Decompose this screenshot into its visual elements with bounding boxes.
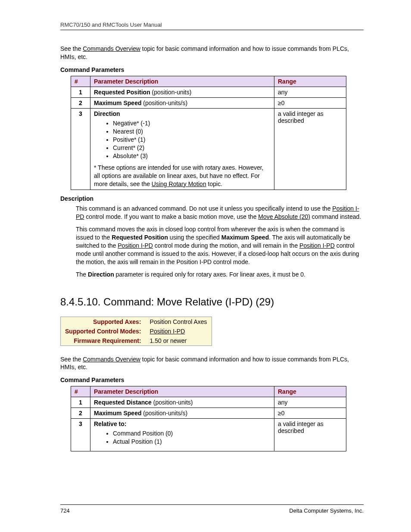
- page-number: 724: [60, 507, 70, 514]
- text: topic.: [206, 180, 222, 187]
- row-num: 3: [71, 108, 90, 190]
- relative-to-options: Command Position (0) Actual Position (1): [94, 430, 271, 445]
- list-item: Positive* (1): [113, 136, 271, 143]
- section-title: 8.4.5.10. Command: Move Relative (I-PD) …: [60, 296, 364, 308]
- row-range: ≥0: [274, 408, 346, 419]
- link-position-ipd[interactable]: Position I-PD: [150, 328, 185, 335]
- list-item: Absolute* (3): [113, 152, 271, 159]
- list-item: Nearest (0): [113, 128, 271, 135]
- text: The: [76, 271, 88, 278]
- param-name: Direction: [94, 110, 120, 117]
- row-desc: Requested Distance (position-units): [90, 397, 274, 408]
- row-num: 1: [71, 87, 90, 97]
- row-num: 3: [71, 419, 90, 451]
- running-header: RMC70/150 and RMCTools User Manual: [60, 22, 364, 30]
- text: using the specified: [168, 234, 221, 241]
- desc-paragraph-1: This command is an advanced command. Do …: [76, 205, 364, 221]
- text: command instead.: [310, 213, 361, 220]
- param-name: Maximum Speed: [94, 100, 141, 106]
- row-range: ≥0: [274, 97, 346, 108]
- link-position-ipd[interactable]: Position I-PD: [118, 242, 153, 249]
- param-name: Requested Position: [94, 89, 150, 96]
- parameters-table-1: # Parameter Description Range 1 Requeste…: [71, 76, 346, 190]
- infobox-label: Supported Control Modes:: [61, 327, 146, 336]
- infobox-value: 1.50 or newer: [146, 336, 212, 346]
- bold-text: Requested Position: [112, 234, 168, 241]
- direction-options: Negative* (-1) Nearest (0) Positive* (1)…: [94, 120, 271, 159]
- row-range: a valid integer as described: [274, 419, 346, 451]
- command-infobox: Supported Axes: Position Control Axes Su…: [60, 317, 212, 346]
- param-name: Maximum Speed: [94, 410, 141, 417]
- list-item: Command Position (0): [113, 430, 271, 437]
- param-name: Relative to:: [94, 420, 126, 427]
- text: control mode during the motion, and will…: [153, 242, 299, 249]
- infobox-label: Supported Axes:: [61, 317, 146, 327]
- heading-command-parameters-2: Command Parameters: [60, 376, 364, 383]
- row-desc: Relative to: Command Position (0) Actual…: [90, 419, 274, 451]
- intro-paragraph: See the Commands Overview topic for basi…: [60, 45, 364, 61]
- param-unit: (position-units/s): [141, 100, 187, 106]
- row-desc: Maximum Speed (position-units/s): [90, 408, 274, 419]
- page-footer: 724 Delta Computer Systems, Inc.: [60, 504, 364, 514]
- desc-paragraph-2: This command moves the axis in closed lo…: [76, 225, 364, 266]
- row-num: 2: [71, 97, 90, 108]
- description-block: This command is an advanced command. Do …: [76, 205, 364, 278]
- link-move-absolute-20[interactable]: Move Absolute (20): [258, 213, 310, 220]
- text: See the: [60, 356, 83, 363]
- col-desc: Parameter Description: [90, 76, 274, 87]
- col-range: Range: [274, 76, 346, 87]
- link-commands-overview[interactable]: Commands Overview: [83, 45, 140, 52]
- text: This command is an advanced command. Do …: [76, 205, 332, 212]
- infobox-label: Firmware Requirement:: [61, 336, 146, 346]
- col-desc: Parameter Description: [90, 386, 274, 397]
- row-num: 2: [71, 408, 90, 419]
- param-unit: (position-units): [150, 89, 192, 96]
- param-name: Requested Distance: [94, 399, 152, 406]
- infobox-value: Position I-PD: [146, 327, 212, 336]
- link-position-ipd[interactable]: Position I-PD: [299, 242, 335, 249]
- parameters-table-2: # Parameter Description Range 1 Requeste…: [71, 386, 346, 451]
- row-num: 1: [71, 397, 90, 408]
- bold-text: Direction: [88, 271, 114, 278]
- infobox-value: Position Control Axes: [146, 317, 212, 327]
- row-desc: Direction Negative* (-1) Nearest (0) Pos…: [90, 108, 274, 190]
- bold-text: Maximum Speed: [221, 234, 269, 241]
- list-item: Current* (2): [113, 144, 271, 151]
- table-row: 2 Maximum Speed (position-units/s) ≥0: [71, 408, 346, 419]
- list-item: Negative* (-1): [113, 120, 271, 127]
- table-row: 1 Requested Distance (position-units) an…: [71, 397, 346, 408]
- heading-description: Description: [60, 195, 364, 202]
- param-unit: (position-units/s): [141, 410, 187, 417]
- row-desc: Requested Position (position-units): [90, 87, 274, 97]
- text: control mode. If you want to make a basi…: [84, 213, 258, 220]
- direction-footnote: * These options are intended for use wit…: [94, 164, 271, 188]
- row-range: any: [274, 397, 346, 408]
- table-row: 3 Relative to: Command Position (0) Actu…: [71, 419, 346, 451]
- table-row: 3 Direction Negative* (-1) Nearest (0) P…: [71, 108, 346, 190]
- text: See the: [60, 45, 83, 52]
- text: parameter is required only for rotary ax…: [114, 271, 305, 278]
- row-desc: Maximum Speed (position-units/s): [90, 97, 274, 108]
- row-range: a valid integer as described: [274, 108, 346, 190]
- table-row: 1 Requested Position (position-units) an…: [71, 87, 346, 97]
- col-num: #: [71, 386, 90, 397]
- link-commands-overview[interactable]: Commands Overview: [83, 356, 140, 363]
- param-unit: (position-units): [152, 399, 193, 406]
- row-range: any: [274, 87, 346, 97]
- table-row: 2 Maximum Speed (position-units/s) ≥0: [71, 97, 346, 108]
- intro-paragraph-2: See the Commands Overview topic for basi…: [60, 355, 364, 372]
- heading-command-parameters: Command Parameters: [60, 66, 364, 73]
- list-item: Actual Position (1): [113, 438, 271, 445]
- col-num: #: [71, 76, 90, 87]
- desc-paragraph-3: The Direction parameter is required only…: [76, 271, 364, 279]
- link-using-rotary-motion[interactable]: Using Rotary Motion: [152, 180, 206, 187]
- footer-company: Delta Computer Systems, Inc.: [289, 507, 364, 514]
- col-range: Range: [274, 386, 346, 397]
